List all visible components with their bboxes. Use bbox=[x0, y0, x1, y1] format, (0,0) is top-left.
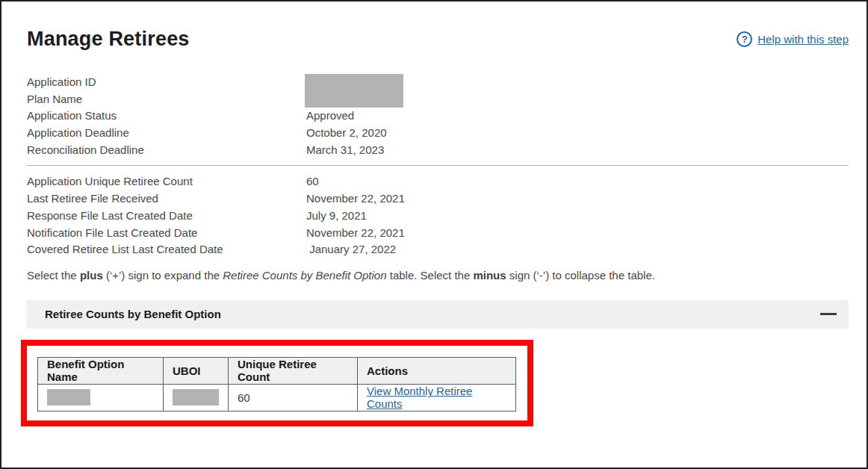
cell-actions: View Monthly Retiree Counts bbox=[358, 384, 516, 411]
expand-collapse-instruction: Select the plus (‘+’) sign to expand the… bbox=[27, 268, 849, 282]
detail-row: Application ID bbox=[27, 74, 849, 91]
detail-row: Reconciliation Deadline March 31, 2023 bbox=[27, 142, 849, 159]
view-monthly-retiree-counts-link[interactable]: View Monthly Retiree Counts bbox=[367, 385, 472, 410]
detail-value: 60 bbox=[306, 173, 319, 190]
detail-label: Application ID bbox=[27, 74, 306, 91]
instruction-bold-minus: minus bbox=[473, 269, 506, 282]
table-header-row: Benefit Option Name UBOI Unique Retiree … bbox=[38, 357, 516, 384]
page: Manage Retirees ? Help with this step Ap… bbox=[0, 0, 868, 469]
minus-icon[interactable] bbox=[820, 313, 837, 315]
detail-label: Notification File Last Created Date bbox=[27, 225, 306, 242]
redacted-value bbox=[173, 389, 219, 406]
instruction-italic-table-name: Retiree Counts by Benefit Option bbox=[223, 269, 386, 282]
table-row: 60 View Monthly Retiree Counts bbox=[38, 384, 516, 411]
detail-row: Covered Retiree List Last Created Date J… bbox=[27, 241, 849, 258]
column-header-benefit-option-name: Benefit Option Name bbox=[38, 357, 164, 384]
column-header-actions: Actions bbox=[358, 357, 516, 384]
section-divider bbox=[27, 165, 849, 166]
redacted-value-block bbox=[305, 74, 403, 108]
cell-uboi bbox=[164, 384, 229, 411]
detail-row: Plan Name bbox=[27, 91, 849, 108]
detail-label: Plan Name bbox=[27, 91, 306, 108]
retiree-counts-accordion-header[interactable]: Retiree Counts by Benefit Option bbox=[27, 300, 849, 329]
cell-unique-retiree-count: 60 bbox=[229, 384, 358, 411]
instruction-text: sign (‘-’) to collapse the table. bbox=[506, 269, 655, 282]
detail-row: Notification File Last Created Date Nove… bbox=[27, 225, 849, 242]
application-details-primary: Application ID Plan Name Application Sta… bbox=[27, 74, 849, 158]
help-link-label: Help with this step bbox=[757, 33, 849, 46]
instruction-text: (‘+’) sign to expand the bbox=[103, 269, 223, 282]
detail-value: November 22, 2021 bbox=[306, 225, 405, 242]
detail-value: November 22, 2021 bbox=[306, 190, 405, 208]
page-header: Manage Retirees ? Help with this step bbox=[27, 27, 849, 51]
detail-label: Reconciliation Deadline bbox=[27, 142, 306, 159]
accordion-title: Retiree Counts by Benefit Option bbox=[45, 308, 221, 320]
detail-label: Application Deadline bbox=[27, 125, 306, 142]
application-details-secondary: Application Unique Retiree Count 60 Last… bbox=[27, 173, 849, 258]
cell-benefit-option-name bbox=[38, 384, 164, 411]
red-highlight-annotation: Benefit Option Name UBOI Unique Retiree … bbox=[21, 340, 533, 426]
detail-value: March 31, 2023 bbox=[306, 142, 384, 159]
instruction-bold-plus: plus bbox=[80, 269, 103, 282]
detail-label: Application Unique Retiree Count bbox=[27, 173, 306, 190]
detail-row: Application Unique Retiree Count 60 bbox=[27, 173, 849, 190]
main-content: Manage Retirees ? Help with this step Ap… bbox=[1, 1, 867, 429]
detail-row: Response File Last Created Date July 9, … bbox=[27, 208, 849, 225]
page-title: Manage Retirees bbox=[27, 27, 190, 51]
detail-value: July 9, 2021 bbox=[306, 208, 367, 225]
detail-row: Application Status Approved bbox=[27, 108, 849, 125]
detail-row: Last Retiree File Received November 22, … bbox=[27, 190, 849, 208]
column-header-unique-retiree-count: Unique Retiree Count bbox=[229, 357, 358, 384]
detail-row: Application Deadline October 2, 2020 bbox=[27, 125, 849, 142]
detail-label: Last Retiree File Received bbox=[27, 190, 306, 208]
detail-value: October 2, 2020 bbox=[306, 125, 387, 142]
column-header-uboi: UBOI bbox=[164, 357, 229, 384]
retiree-counts-table: Benefit Option Name UBOI Unique Retiree … bbox=[37, 357, 516, 411]
help-with-this-step-link[interactable]: ? Help with this step bbox=[737, 31, 849, 47]
question-circle-icon: ? bbox=[737, 31, 752, 47]
detail-value: Approved bbox=[306, 108, 354, 125]
instruction-text: table. Select the bbox=[387, 269, 474, 282]
redacted-value bbox=[47, 389, 90, 406]
detail-label: Response File Last Created Date bbox=[27, 208, 306, 225]
detail-label: Covered Retiree List Last Created Date bbox=[27, 241, 306, 258]
detail-label: Application Status bbox=[27, 108, 306, 125]
detail-value: January 27, 2022 bbox=[306, 241, 396, 258]
instruction-text: Select the bbox=[27, 269, 80, 282]
